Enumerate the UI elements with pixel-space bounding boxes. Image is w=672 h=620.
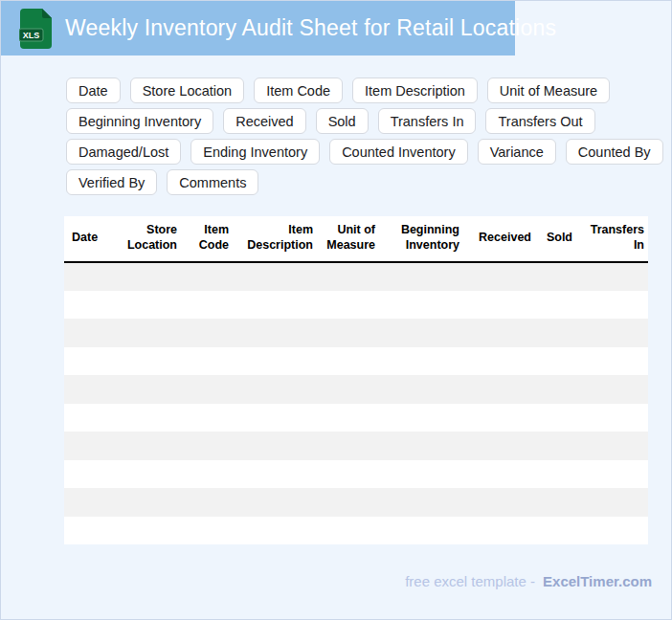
field-chip[interactable]: Transfers In [378,108,477,134]
table-cell [181,432,233,460]
table-cell [114,291,181,320]
field-chip[interactable]: Beginning Inventory [66,108,213,134]
table-cell [233,319,317,347]
chip-row: DateStore LocationItem CodeItem Descript… [66,78,660,103]
table-cell [379,291,463,320]
table-cell [535,291,576,320]
page-title: Weekly Inventory Audit Sheet for Retail … [65,1,556,55]
table-cell [576,262,648,291]
table-cell [114,404,181,432]
table-cell [181,291,233,320]
table-row [64,347,648,376]
field-chip[interactable]: Counted Inventory [329,139,468,165]
field-chip[interactable]: Item Code [254,78,343,103]
table-cell [463,460,535,489]
table-cell [64,291,114,320]
table-cell [233,460,317,489]
table-cell [181,262,233,291]
table-cell [576,488,648,517]
field-chip[interactable]: Verified By [66,169,157,195]
chip-row: Damaged/LostEnding InventoryCounted Inve… [66,139,660,165]
field-chips: DateStore LocationItem CodeItem Descript… [66,78,660,200]
brand-link[interactable]: ExcelTimer.com [543,573,652,589]
table-cell [379,432,463,460]
field-chip[interactable]: Store Location [130,78,245,103]
table-row [64,432,648,460]
table-cell [463,432,535,460]
table-cell [233,291,317,320]
table-cell [535,262,576,291]
table-cell [64,262,114,291]
field-chip[interactable]: Ending Inventory [190,139,320,165]
column-header: Received [463,216,535,262]
table-cell [576,347,648,376]
table-cell [317,432,379,460]
table-cell [181,347,233,376]
table-cell [317,347,379,376]
field-chip[interactable]: Item Description [352,78,478,103]
table-cell [576,404,648,432]
table-row [64,404,648,432]
table-cell [114,488,181,517]
table-cell [463,404,535,432]
table-cell [233,262,317,291]
field-chip[interactable]: Received [223,108,305,134]
field-chip[interactable]: Transfers Out [485,108,594,134]
table-cell [379,488,463,517]
chip-row: Beginning InventoryReceivedSoldTransfers… [66,108,660,134]
field-chip[interactable]: Sold [316,108,369,134]
table-cell [317,517,379,545]
table-row [64,291,648,320]
table-cell [576,291,648,320]
table-cell [535,517,576,545]
xls-icon-label: XLS [23,31,40,40]
table-cell [576,375,648,404]
table-cell [233,375,317,404]
table-cell [317,291,379,320]
table-cell [64,460,114,489]
table-cell [463,375,535,404]
table-cell [379,460,463,489]
table-cell [317,488,379,517]
table-cell [233,404,317,432]
table-cell [64,432,114,460]
header-banner: XLS Weekly Inventory Audit Sheet for Ret… [1,1,515,55]
xls-file-icon: XLS [19,9,52,49]
column-header: Beginning Inventory [379,216,463,262]
table-cell [535,319,576,347]
table-cell [181,375,233,404]
table-cell [535,375,576,404]
column-header: Transfers In [576,216,648,262]
field-chip[interactable]: Unit of Measure [487,78,610,103]
table-cell [114,460,181,489]
table-cell [114,517,181,545]
table-cell [181,517,233,545]
field-chip[interactable]: Variance [478,139,556,165]
table-cell [181,460,233,489]
table-row [64,319,648,347]
table-cell [379,404,463,432]
table-cell [233,488,317,517]
table-cell [317,404,379,432]
column-header: Item Description [233,216,317,262]
field-chip[interactable]: Counted By [566,139,663,165]
field-chip[interactable]: Date [66,78,121,103]
table-cell [535,347,576,376]
table-row [64,517,648,545]
table-cell [535,404,576,432]
table-cell [317,460,379,489]
table-cell [463,347,535,376]
table-cell [463,291,535,320]
table-cell [576,432,648,460]
table-cell [317,375,379,404]
field-chip[interactable]: Damaged/Lost [66,139,181,165]
table-cell [379,375,463,404]
table-cell [114,432,181,460]
table-row [64,262,648,291]
table-cell [463,319,535,347]
field-chip[interactable]: Comments [167,169,258,195]
column-header: Date [64,216,114,262]
footer-note: free excel template -ExcelTimer.com [405,573,652,589]
table-cell [64,347,114,376]
table-row [64,488,648,517]
